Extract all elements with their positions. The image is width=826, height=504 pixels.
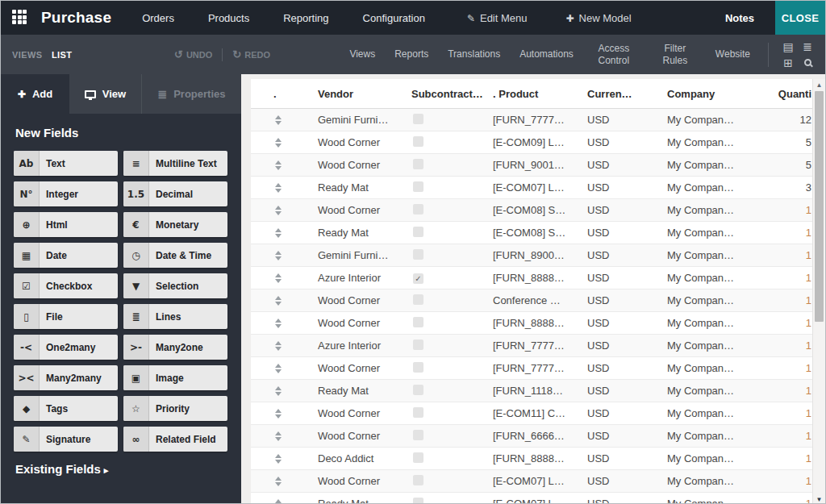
close-studio-button[interactable]: CLOSE	[775, 1, 825, 35]
table-row[interactable]: Azure Interior ✓ [FURN_8888… USD My Comp…	[251, 267, 813, 289]
field-button-integer[interactable]: N° Integer	[14, 181, 118, 206]
field-button-selection[interactable]: ▼ Selection	[123, 273, 227, 298]
existing-fields-toggle[interactable]: Existing Fields▸	[15, 462, 228, 476]
column-header-product[interactable]: . Product	[493, 88, 586, 100]
subcontract-checkbox[interactable]: ✓	[413, 204, 423, 215]
field-button-priority[interactable]: ☆ Priority	[123, 396, 227, 421]
scroll-up-icon[interactable]: ▲	[813, 79, 825, 90]
column-header-currency[interactable]: Curren…	[586, 88, 664, 100]
column-header-company[interactable]: Company	[664, 88, 747, 100]
table-row[interactable]: Wood Corner ✓ [E-COM09] L… USD My Compan…	[251, 131, 813, 154]
menu-products[interactable]: Products	[208, 12, 249, 24]
subcontract-checkbox[interactable]: ✓	[413, 317, 423, 327]
subcontract-checkbox[interactable]: ✓	[413, 273, 423, 284]
field-button-one2many[interactable]: -< One2many	[14, 335, 118, 360]
redo-button[interactable]: ↻REDO	[232, 48, 270, 60]
drag-handle-icon[interactable]	[275, 364, 282, 373]
table-row[interactable]: Wood Corner ✓ Conference … USD My Compan…	[251, 289, 813, 312]
edit-menu-button[interactable]: ✎Edit Menu	[467, 12, 528, 24]
search-icon[interactable]	[798, 55, 817, 71]
field-button-date-time[interactable]: ◷ Date & Time	[123, 243, 227, 268]
notes-button[interactable]: Notes	[725, 12, 754, 24]
subcontract-checkbox[interactable]: ✓	[413, 136, 423, 147]
drag-handle-icon[interactable]	[275, 183, 282, 193]
tab-website[interactable]: Website	[715, 48, 750, 60]
kanban-view-icon[interactable]: ⊞	[778, 55, 798, 71]
tab-reports[interactable]: Reports	[394, 48, 428, 60]
subcontract-checkbox[interactable]: ✓	[413, 227, 423, 237]
drag-handle-icon[interactable]	[275, 228, 282, 238]
subcontract-checkbox[interactable]: ✓	[413, 339, 423, 350]
column-header-vendor[interactable]: Vendor	[315, 88, 410, 100]
subcontract-checkbox[interactable]: ✓	[413, 249, 423, 260]
field-button-multiline-text[interactable]: ≡ Multiline Text	[123, 151, 227, 176]
field-button-date[interactable]: ▦ Date	[14, 243, 118, 268]
subcontract-checkbox[interactable]: ✓	[413, 362, 423, 373]
subcontract-checkbox[interactable]: ✓	[413, 294, 423, 305]
table-row[interactable]: Azure Interior ✓ [FURN_7777… USD My Comp…	[251, 335, 813, 357]
list-view-icon[interactable]: ≣	[798, 39, 817, 55]
field-button-image[interactable]: ▣ Image	[123, 365, 227, 390]
apps-grid-icon[interactable]	[12, 10, 28, 26]
table-row[interactable]: Gemini Furni… ✓ [FURN_8900… USD My Compa…	[251, 244, 813, 267]
table-row[interactable]: Ready Mat ✓ [FURN_1118… USD My Compan… 1	[251, 380, 813, 402]
tab-access-control[interactable]: Access Control	[593, 43, 635, 67]
field-button-html[interactable]: ⊕ Html	[14, 212, 118, 237]
tab-views[interactable]: Views	[349, 48, 375, 60]
subcontract-checkbox[interactable]: ✓	[413, 452, 423, 463]
column-header-subcontract[interactable]: Subcontract…	[410, 88, 493, 100]
tab-view[interactable]: View	[69, 74, 142, 114]
subcontract-checkbox[interactable]: ✓	[413, 430, 423, 440]
vertical-scrollbar[interactable]: ▲ ▼	[812, 79, 825, 504]
menu-configuration[interactable]: Configuration	[363, 12, 425, 24]
drag-handle-icon[interactable]	[275, 273, 282, 283]
table-row[interactable]: Wood Corner ✓ [E-COM08] S… USD My Compan…	[251, 199, 813, 222]
subcontract-checkbox[interactable]: ✓	[413, 114, 423, 124]
menu-orders[interactable]: Orders	[142, 12, 174, 24]
table-row[interactable]: Wood Corner ✓ [FURN_8888… USD My Compan……	[251, 312, 813, 335]
drag-handle-icon[interactable]	[275, 499, 282, 504]
drag-handle-icon[interactable]	[275, 251, 282, 260]
drag-handle-icon[interactable]	[275, 341, 282, 351]
field-button-tags[interactable]: ◆ Tags	[14, 396, 118, 421]
column-header-handle[interactable]: .	[251, 88, 315, 100]
field-button-many2one[interactable]: >- Many2one	[123, 335, 227, 360]
drag-handle-icon[interactable]	[275, 160, 282, 170]
field-button-checkbox[interactable]: ☑ Checkbox	[14, 273, 118, 298]
scroll-down-icon[interactable]: ▼	[813, 494, 825, 504]
subcontract-checkbox[interactable]: ✓	[413, 159, 423, 169]
scrollbar-thumb[interactable]	[815, 91, 824, 322]
table-row[interactable]: Ready Mat ✓ [E-COM07] L… USD My Compan… …	[251, 177, 813, 199]
drag-handle-icon[interactable]	[275, 477, 282, 486]
drag-handle-icon[interactable]	[275, 431, 282, 441]
drag-handle-icon[interactable]	[275, 454, 282, 464]
tab-properties[interactable]: ≣Properties	[142, 74, 241, 114]
table-row[interactable]: Ready Mat ✓ [E-COM07] L… USD My Compan… …	[251, 493, 813, 504]
subcontract-checkbox[interactable]: ✓	[413, 407, 423, 418]
form-view-icon[interactable]: ▤	[778, 39, 798, 55]
table-row[interactable]: Wood Corner ✓ [E-COM11] C… USD My Compan…	[251, 402, 813, 425]
field-button-lines[interactable]: ≣ Lines	[123, 304, 227, 329]
field-button-signature[interactable]: ✎ Signature	[14, 427, 118, 452]
tab-add[interactable]: ✚Add	[1, 74, 69, 114]
field-button-many2many[interactable]: >< Many2many	[14, 365, 118, 390]
field-button-monetary[interactable]: € Monetary	[123, 212, 227, 237]
tab-translations[interactable]: Translations	[448, 48, 500, 60]
tab-filter-rules[interactable]: Filter Rules	[654, 43, 696, 67]
table-row[interactable]: Wood Corner ✓ [E-COM07] L… USD My Compan…	[251, 470, 813, 493]
field-button-file[interactable]: ▯ File	[14, 304, 118, 329]
subcontract-checkbox[interactable]: ✓	[413, 181, 423, 192]
column-header-quantity[interactable]: Quanti	[747, 88, 813, 100]
drag-handle-icon[interactable]	[275, 409, 282, 419]
table-row[interactable]: Wood Corner ✓ [FURN_6666… USD My Compan……	[251, 425, 813, 448]
table-row[interactable]: Ready Mat ✓ [E-COM08] S… USD My Compan… …	[251, 222, 813, 244]
drag-handle-icon[interactable]	[275, 115, 282, 125]
undo-button[interactable]: ↺UNDO	[174, 48, 212, 60]
breadcrumb-views[interactable]: VIEWS	[12, 50, 42, 60]
field-button-related-field[interactable]: ∞ Related Field	[123, 427, 227, 452]
drag-handle-icon[interactable]	[275, 138, 282, 148]
drag-handle-icon[interactable]	[275, 296, 282, 306]
drag-handle-icon[interactable]	[275, 206, 282, 215]
menu-reporting[interactable]: Reporting	[283, 12, 328, 24]
subcontract-checkbox[interactable]: ✓	[413, 475, 423, 485]
